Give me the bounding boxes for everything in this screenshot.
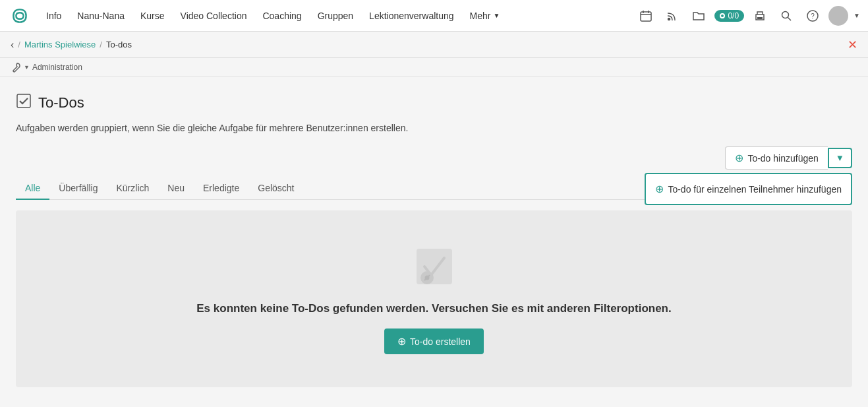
nav-item-nanu-nana[interactable]: Nanu-Nana xyxy=(71,7,131,25)
svg-rect-6 xyxy=(757,17,763,19)
add-todo-dropdown-button[interactable]: ▼ xyxy=(828,148,852,168)
page-description: Aufgaben werden gruppiert, wenn Sie die … xyxy=(16,123,852,133)
folder-icon[interactable] xyxy=(688,5,709,26)
account-dropdown-icon[interactable]: ▼ xyxy=(854,12,860,19)
breadcrumb-current: To-dos xyxy=(106,40,132,49)
rss-icon[interactable] xyxy=(662,5,683,26)
empty-state-icon xyxy=(411,243,457,292)
svg-text:?: ? xyxy=(811,13,815,20)
plus-circle-icon: ⊕ xyxy=(655,183,664,195)
plus-circle-white-icon: ⊕ xyxy=(397,335,406,348)
administration-label: Administration xyxy=(32,63,82,72)
todo-checkbox-icon xyxy=(16,93,32,112)
empty-state: Es konnten keine To-Dos gefunden werden.… xyxy=(16,210,852,387)
tab-erledigte[interactable]: Erledigte xyxy=(194,177,248,200)
chevron-down-icon: ▼ xyxy=(836,153,844,163)
main-content: To-Dos Aufgaben werden gruppiert, wenn S… xyxy=(0,77,868,398)
app-logo[interactable] xyxy=(8,4,32,28)
tab-alle[interactable]: Alle xyxy=(16,177,49,200)
print-icon[interactable] xyxy=(749,5,770,26)
nav-item-mehr[interactable]: Mehr ▼ xyxy=(463,7,507,25)
svg-line-8 xyxy=(788,17,792,20)
svg-point-15 xyxy=(424,276,429,280)
breadcrumb: ‹ / Martins Spielwiese / To-dos xyxy=(11,39,132,51)
plus-icon: ⊕ xyxy=(735,152,743,164)
empty-state-text: Es konnten keine To-Dos gefunden werden.… xyxy=(196,302,671,315)
nav-item-coaching[interactable]: Coaching xyxy=(256,7,308,25)
help-icon[interactable]: ? xyxy=(802,5,823,26)
add-todo-single-participant-item[interactable]: ⊕ To-do für einzelnen Teilnehmer hinzufü… xyxy=(646,177,851,201)
nav-item-gruppen[interactable]: Gruppen xyxy=(311,7,360,25)
tab-neu[interactable]: Neu xyxy=(158,177,194,200)
administration-tool[interactable]: ▼ Administration xyxy=(11,62,82,73)
tab-kuerzelich[interactable]: Kürzlich xyxy=(107,177,159,200)
back-button[interactable]: ‹ xyxy=(11,39,14,51)
tab-geloescht[interactable]: Gelöscht xyxy=(248,177,303,200)
page-title: To-Dos xyxy=(38,94,84,111)
nav-item-lektionenverwaltung[interactable]: Lektionenverwaltung xyxy=(362,7,460,25)
search-icon[interactable] xyxy=(776,5,797,26)
admin-dropdown-icon: ▼ xyxy=(24,64,30,71)
nav-item-info[interactable]: Info xyxy=(40,7,68,25)
calendar-icon[interactable] xyxy=(635,5,656,26)
status-dot xyxy=(720,13,725,18)
add-todo-button[interactable]: ⊕ To-do hinzufügen xyxy=(725,146,827,170)
wrench-icon xyxy=(11,62,21,73)
svg-point-4 xyxy=(668,18,670,20)
breadcrumb-parent[interactable]: Martins Spielwiese xyxy=(24,40,96,49)
nav-item-kurse[interactable]: Kurse xyxy=(134,7,171,25)
dropdown-menu: ⊕ To-do für einzelnen Teilnehmer hinzufü… xyxy=(645,173,852,205)
svg-rect-11 xyxy=(17,94,30,108)
top-navigation: Info Nanu-Nana Kurse Video Collection Co… xyxy=(0,0,868,32)
svg-point-7 xyxy=(782,11,789,18)
create-todo-button[interactable]: ⊕ To-do erstellen xyxy=(384,329,484,354)
page-title-row: To-Dos xyxy=(16,93,852,112)
status-badge: 0/0 xyxy=(714,10,744,22)
close-button[interactable]: ✕ xyxy=(848,38,857,52)
admin-bar: ▼ Administration xyxy=(0,58,868,77)
avatar[interactable] xyxy=(828,6,848,26)
nav-right-actions: 0/0 ? ▼ xyxy=(635,5,860,26)
nav-item-video-collection[interactable]: Video Collection xyxy=(174,7,254,25)
mehr-chevron-icon: ▼ xyxy=(493,12,500,19)
breadcrumb-bar: ‹ / Martins Spielwiese / To-dos ✕ xyxy=(0,32,868,58)
tab-ueberfaellig[interactable]: Überfällig xyxy=(49,177,107,200)
toolbar: ⊕ To-do hinzufügen ▼ ⊕ To-do für einzeln… xyxy=(16,146,852,170)
svg-rect-0 xyxy=(641,12,651,21)
